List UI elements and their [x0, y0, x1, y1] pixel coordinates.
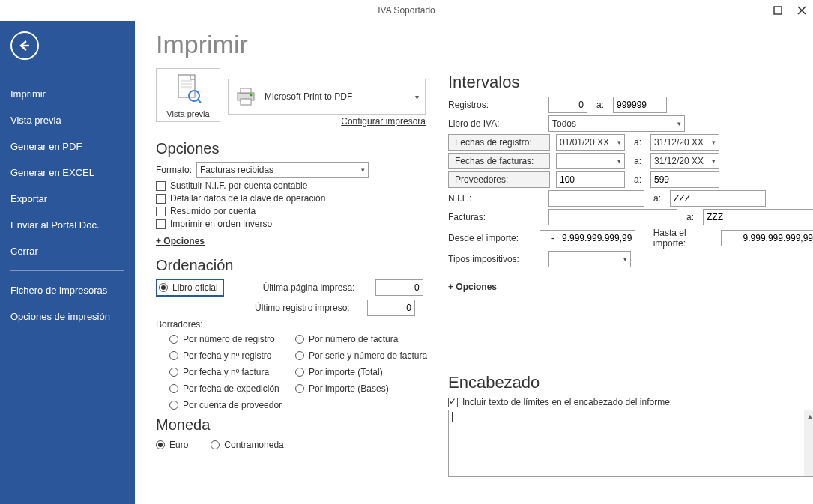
configure-printer-link[interactable]: Configurar impresora	[228, 116, 426, 127]
fechas-facturas-to[interactable]: 31/12/20 XX▾	[650, 153, 719, 169]
window-restore-button[interactable]	[771, 4, 785, 17]
opciones-heading: Opciones	[156, 140, 426, 157]
sidebar: Imprimir Vista previa Generar en PDF Gen…	[0, 21, 135, 504]
ordenacion-heading: Ordenación	[156, 257, 426, 274]
formato-label: Formato:	[156, 165, 192, 175]
formato-value: Facturas recibidas	[200, 165, 273, 175]
printer-icon	[235, 87, 257, 106]
preview-button[interactable]: Vista previa	[156, 68, 220, 122]
tipos-impositivos-select[interactable]: ▾	[548, 251, 631, 267]
chk-detallar-datos[interactable]: Detallar datos de la clave de operación	[156, 193, 426, 204]
svg-rect-0	[774, 7, 782, 14]
sidebar-item-exportar[interactable]: Exportar	[0, 186, 135, 212]
sidebar-item-generar-pdf[interactable]: Generar en PDF	[0, 133, 135, 160]
radio-libro-oficial[interactable]: Libro oficial	[156, 279, 224, 297]
nif-to-input[interactable]	[670, 190, 766, 207]
nif-label: N.I.F.:	[448, 193, 542, 204]
sidebar-item-imprimir[interactable]: Imprimir	[0, 81, 135, 107]
back-button[interactable]	[10, 31, 39, 60]
radio-fecha-factura[interactable]: Por fecha y nº factura	[169, 367, 289, 377]
radio-contramoneda[interactable]: Contramoneda	[211, 440, 283, 450]
radio-fecha-expedicion[interactable]: Por fecha de expedición	[169, 383, 289, 394]
registros-from-input[interactable]	[548, 97, 587, 113]
sidebar-item-vista-previa[interactable]: Vista previa	[0, 107, 135, 133]
printer-select[interactable]: Microsoft Print to PDF ▾	[228, 79, 426, 115]
formato-select[interactable]: Facturas recibidas ▾	[196, 162, 369, 178]
chk-sustituir-nif[interactable]: Sustituir N.I.F. por cuenta contable	[156, 180, 426, 191]
facturas-to-input[interactable]	[703, 209, 813, 225]
sidebar-item-fichero-impresoras[interactable]: Fichero de impresoras	[0, 277, 135, 303]
facturas-label: Facturas:	[448, 212, 542, 222]
window-title: IVA Soportado	[378, 5, 435, 16]
chevron-down-icon: ▾	[623, 255, 627, 263]
chk-resumido-cuenta[interactable]: Resumido por cuenta	[156, 206, 426, 216]
desde-importe-input[interactable]	[540, 230, 635, 246]
encabezado-textarea[interactable]: ▲	[448, 410, 813, 477]
proveedores-from-input[interactable]	[556, 171, 625, 188]
chevron-down-icon: ▾	[677, 120, 681, 127]
radio-fecha-registro[interactable]: Por fecha y nº registro	[169, 350, 289, 361]
sidebar-item-cerrar[interactable]: Cerrar	[0, 238, 135, 264]
document-icon	[174, 73, 202, 106]
a-label: a:	[593, 100, 607, 110]
radio-num-factura[interactable]: Por número de factura	[295, 334, 445, 344]
hasta-importe-input[interactable]	[721, 230, 813, 246]
fechas-facturas-button[interactable]: Fechas de facturas:	[448, 153, 550, 169]
encabezado-heading: Encabezado	[448, 373, 813, 392]
sidebar-item-opciones-impresion[interactable]: Opciones de impresión	[0, 303, 135, 330]
chevron-down-icon: ▾	[415, 93, 419, 101]
svg-line-9	[198, 100, 201, 103]
scroll-up-icon[interactable]: ▲	[804, 410, 813, 422]
registros-label: Registros:	[448, 100, 542, 110]
ultimo-registro-input[interactable]	[367, 300, 415, 316]
sidebar-item-enviar-portal[interactable]: Enviar al Portal Doc.	[0, 212, 135, 238]
facturas-from-input[interactable]	[548, 209, 677, 225]
ultima-pagina-input[interactable]	[375, 279, 423, 296]
borradores-label: Borradores:	[156, 319, 426, 330]
fechas-registro-from[interactable]: 01/01/20 XX▾	[556, 134, 625, 151]
fechas-facturas-from[interactable]: ▾	[556, 153, 625, 169]
hasta-importe-label: Hasta el importe:	[653, 228, 715, 249]
radio-serie-num-factura[interactable]: Por serie y número de factura	[295, 350, 445, 361]
sidebar-item-generar-excel[interactable]: Generar en EXCEL	[0, 160, 135, 186]
window-close-button[interactable]	[795, 4, 809, 17]
fechas-registro-button[interactable]: Fechas de registro:	[448, 134, 550, 151]
libro-iva-select[interactable]: Todos ▾	[548, 115, 685, 132]
sidebar-separator	[10, 270, 124, 271]
svg-point-13	[250, 94, 253, 97]
registros-to-input[interactable]	[613, 97, 667, 113]
printer-name: Microsoft Print to PDF	[265, 91, 352, 102]
moneda-heading: Moneda	[156, 416, 426, 434]
proveedores-to-input[interactable]	[650, 171, 719, 188]
desde-importe-label: Desde el importe:	[448, 233, 534, 243]
proveedores-button[interactable]: Proveedores:	[448, 171, 550, 188]
opciones-more-link[interactable]: + Opciones	[156, 236, 205, 246]
radio-importe-bases[interactable]: Por importe (Bases)	[295, 383, 445, 394]
preview-button-label: Vista previa	[160, 109, 217, 118]
chevron-down-icon: ▾	[361, 166, 365, 174]
ultimo-registro-label: Último registro impreso:	[255, 303, 360, 313]
radio-cuenta-proveedor[interactable]: Por cuenta de proveedor	[169, 400, 289, 410]
fechas-registro-to[interactable]: 31/12/20 XX▾	[650, 134, 719, 151]
intervalos-heading: Intervalos	[448, 73, 813, 92]
intervalos-more-link[interactable]: + Opciones	[448, 282, 497, 292]
libro-iva-label: Libro de IVA:	[448, 118, 542, 129]
chk-incluir-texto-limites[interactable]: Incluir texto de límites en el encabezad…	[448, 397, 813, 407]
tipos-impositivos-label: Tipos impositivos:	[448, 254, 542, 264]
svg-rect-11	[241, 88, 251, 93]
radio-importe-total[interactable]: Por importe (Total)	[295, 367, 445, 377]
nif-from-input[interactable]	[548, 190, 644, 207]
chk-orden-inverso[interactable]: Imprimir en orden inverso	[156, 219, 426, 229]
scrollbar[interactable]: ▲	[804, 410, 813, 476]
radio-num-registro[interactable]: Por número de registro	[169, 334, 289, 344]
svg-rect-12	[241, 99, 251, 105]
ultima-pagina-label: Última página impresa:	[263, 282, 368, 293]
page-title: Imprimir	[156, 30, 795, 59]
title-bar: IVA Soportado	[0, 0, 813, 21]
radio-euro[interactable]: Euro	[156, 440, 188, 450]
